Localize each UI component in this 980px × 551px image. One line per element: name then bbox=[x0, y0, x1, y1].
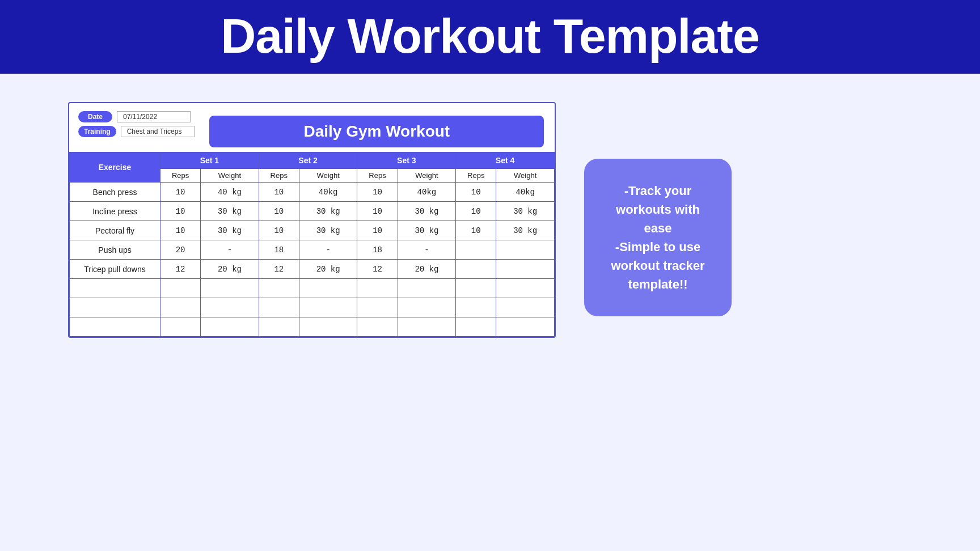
set2-header: Set 2 bbox=[259, 152, 357, 169]
card-title-box: Daily Gym Workout bbox=[209, 116, 544, 147]
workout-card: Date 07/11/2022 Training Chest and Trice… bbox=[68, 102, 556, 338]
exercise-column-header: Exercise bbox=[70, 152, 160, 183]
set1-header: Set 1 bbox=[160, 152, 259, 169]
date-label: Date bbox=[78, 111, 112, 122]
s4-reps-header: Reps bbox=[456, 169, 496, 183]
table-row bbox=[70, 279, 555, 298]
date-row: Date 07/11/2022 bbox=[78, 111, 195, 122]
s1-reps-header: Reps bbox=[160, 169, 201, 183]
set3-header: Set 3 bbox=[357, 152, 456, 169]
meta-info: Date 07/11/2022 Training Chest and Trice… bbox=[69, 111, 204, 137]
info-line2: -Simple to use workout tracker template!… bbox=[611, 240, 704, 291]
header: Daily Workout Template bbox=[0, 0, 980, 74]
table-row: Pectoral fly1030 kg1030 kg1030 kg1030 kg bbox=[70, 221, 555, 240]
info-text: -Track your workouts with ease -Simple t… bbox=[605, 181, 711, 294]
info-line1: -Track your workouts with ease bbox=[616, 184, 700, 235]
training-label: Training bbox=[78, 126, 116, 137]
training-value: Chest and Triceps bbox=[121, 126, 195, 137]
card-title: Daily Gym Workout bbox=[232, 122, 521, 141]
table-row: Push ups20-18-18- bbox=[70, 240, 555, 260]
table-row bbox=[70, 298, 555, 317]
s2-weight-header: Weight bbox=[299, 169, 357, 183]
set4-header: Set 4 bbox=[456, 152, 555, 169]
table-row: Incline press1030 kg1030 kg1030 kg1030 k… bbox=[70, 202, 555, 221]
s4-weight-header: Weight bbox=[496, 169, 555, 183]
table-row bbox=[70, 317, 555, 337]
s1-weight-header: Weight bbox=[201, 169, 259, 183]
workout-table: Exercise Set 1 Set 2 Set 3 Set 4 Reps We… bbox=[69, 152, 555, 337]
table-row: Bench press1040 kg1040kg1040kg1040kg bbox=[70, 183, 555, 202]
page-title: Daily Workout Template bbox=[23, 10, 957, 61]
s3-weight-header: Weight bbox=[398, 169, 456, 183]
training-row: Training Chest and Triceps bbox=[78, 126, 195, 137]
info-box: -Track your workouts with ease -Simple t… bbox=[584, 159, 732, 316]
table-row: Tricep pull downs1220 kg1220 kg1220 kg bbox=[70, 260, 555, 279]
main-content: Date 07/11/2022 Training Chest and Trice… bbox=[0, 74, 980, 361]
s2-reps-header: Reps bbox=[259, 169, 299, 183]
date-value: 07/11/2022 bbox=[117, 111, 191, 122]
s3-reps-header: Reps bbox=[357, 169, 398, 183]
